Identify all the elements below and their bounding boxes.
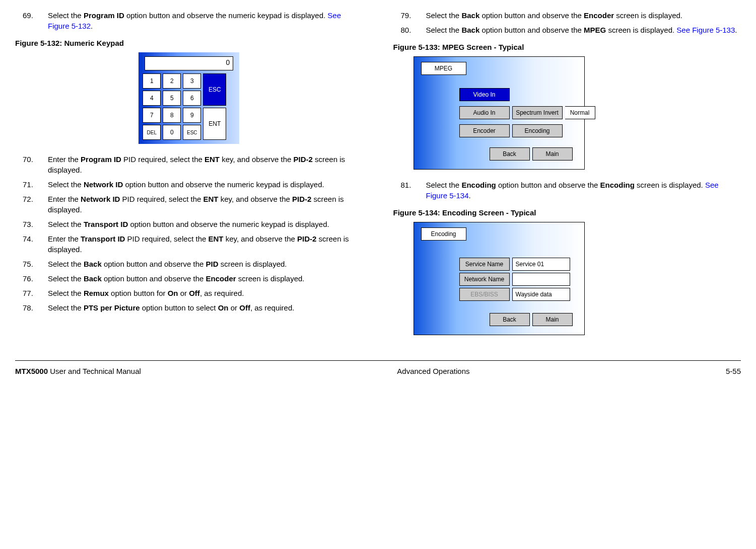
key-4[interactable]: 4 [143, 91, 161, 106]
back-button[interactable]: Back [490, 147, 530, 161]
encoder-button[interactable]: Encoder [459, 124, 510, 137]
figure-133-caption: Figure 5-133: MPEG Screen - Typical [393, 43, 741, 51]
step-80: 80. Select the Back option button and ob… [393, 25, 741, 35]
spectrum-invert-button[interactable]: Spectrum Invert [512, 106, 563, 119]
key-9[interactable]: 9 [183, 108, 201, 123]
footer-center: Advanced Operations [397, 367, 469, 375]
network-name-value [512, 273, 570, 286]
key-7[interactable]: 7 [143, 108, 161, 123]
key-del[interactable]: DEL [143, 125, 161, 140]
service-name-value: Service 01 [512, 258, 570, 271]
step-71: 71. Select the Network ID option button … [15, 179, 363, 190]
main-button[interactable]: Main [532, 313, 573, 326]
keypad-display: 0 [145, 56, 233, 70]
ebs-biss-button[interactable]: EBS/BISS [459, 288, 510, 301]
service-name-button[interactable]: Service Name [459, 258, 510, 271]
key-2[interactable]: 2 [163, 73, 181, 89]
footer-right: 5-55 [726, 367, 741, 375]
encoding-screen: Encoding Service Name Service 01 Network… [414, 222, 585, 335]
key-5[interactable]: 5 [163, 91, 181, 106]
key-3[interactable]: 3 [183, 73, 201, 89]
normal-value: Normal [565, 106, 595, 119]
figure-134-caption: Figure 5-134: Encoding Screen - Typical [393, 208, 741, 217]
audio-in-button[interactable]: Audio In [459, 106, 510, 119]
step-81: 81. Select the Encoding option button an… [393, 180, 741, 201]
mpeg-screen: MPEG Video In Audio In Spectrum Invert N… [414, 56, 585, 170]
key-6[interactable]: 6 [183, 91, 201, 106]
wayside-data-value: Wayside data [512, 288, 570, 301]
key-ent[interactable]: ENT [203, 108, 226, 140]
figure-132-caption: Figure 5-132: Numeric Keypad [15, 39, 363, 47]
step-75: 75. Select the Back option button and ob… [15, 259, 363, 269]
step-73: 73. Select the Transport ID option butto… [15, 219, 363, 229]
numeric-keypad: 0 1 2 3 4 5 6 7 8 9 DEL 0 ESC ESC [139, 52, 239, 144]
network-name-button[interactable]: Network Name [459, 273, 510, 286]
back-button[interactable]: Back [490, 313, 530, 326]
footer-left: MTX5000 User and Technical Manual [15, 367, 141, 375]
encoding-tab[interactable]: Encoding [421, 227, 466, 241]
mpeg-tab[interactable]: MPEG [421, 62, 466, 75]
key-esc[interactable]: ESC [203, 73, 226, 106]
key-1[interactable]: 1 [143, 73, 161, 89]
step-70: 70. Enter the Program ID PID required, s… [15, 154, 363, 175]
step-79: 79. Select the Back option button and ob… [393, 10, 741, 21]
encoding-button[interactable]: Encoding [512, 124, 563, 137]
step-num: 69. [15, 10, 48, 31]
left-column: 69. Select the Program ID option button … [15, 10, 363, 345]
right-column: 79. Select the Back option button and ob… [393, 10, 741, 345]
figure-link[interactable]: See Figure 5-133 [676, 26, 735, 34]
key-0[interactable]: 0 [163, 125, 181, 140]
video-in-button[interactable]: Video In [459, 88, 510, 101]
step-78: 78. Select the PTS per Picture option bu… [15, 302, 363, 313]
step-76: 76. Select the Back option button and ob… [15, 273, 363, 284]
key-esc-small[interactable]: ESC [183, 125, 201, 140]
main-button[interactable]: Main [532, 147, 573, 161]
page-footer: MTX5000 User and Technical Manual Advanc… [15, 360, 741, 375]
step-72: 72. Enter the Network ID PID required, s… [15, 194, 363, 215]
step-77: 77. Select the Remux option button for O… [15, 288, 363, 298]
key-8[interactable]: 8 [163, 108, 181, 123]
step-74: 74. Enter the Transport ID PID required,… [15, 233, 363, 255]
step-69: 69. Select the Program ID option button … [15, 10, 363, 31]
step-text: Select the Program ID option button and … [48, 10, 363, 31]
